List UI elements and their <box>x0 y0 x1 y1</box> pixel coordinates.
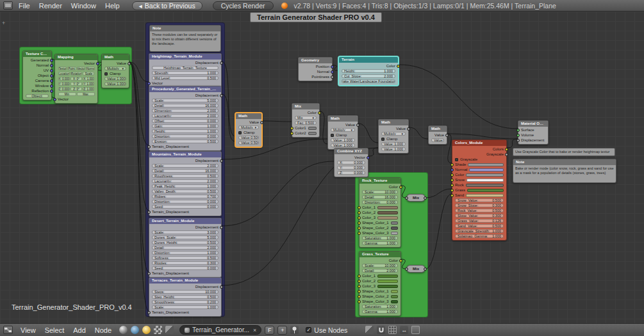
procedural-terrain-module-row-offset[interactable]: Offset:0.000 <box>149 118 221 124</box>
rock-texture-row-saturation[interactable]: Saturation:1.000 <box>359 236 400 241</box>
input-socket-icon[interactable] <box>358 300 361 303</box>
mountains-terrain-module-row-lacunarity[interactable]: Lacunarity:2.000 <box>149 179 221 184</box>
terrain-preview-row-height[interactable]: Height:1.000 <box>339 68 398 74</box>
mountains-terrain-module-header[interactable]: Mountains_Terrain_Module <box>149 152 221 157</box>
input-socket-icon[interactable] <box>358 280 361 283</box>
input-socket-icon[interactable] <box>147 145 151 148</box>
grass-texture-row-color-1[interactable]: Color_1 <box>359 273 400 278</box>
rock-texture-shape-color-3-swatch[interactable] <box>391 232 398 235</box>
texture-coordinate-row-object-[interactable]: Object: <box>23 93 51 99</box>
grayscale-note[interactable]: Use Grayscale Color that to bake or rend… <box>513 148 615 156</box>
output-socket-icon[interactable] <box>505 148 508 151</box>
output-socket-icon[interactable] <box>220 94 223 97</box>
input-socket-icon[interactable] <box>405 268 408 271</box>
output-socket-icon[interactable] <box>424 196 427 200</box>
heightmap-terrain-module-row-strength[interactable]: Strength:1.000 <box>149 70 221 76</box>
grass-texture-row-color-2[interactable]: Color_2 <box>359 278 400 284</box>
menu-help[interactable]: Help <box>101 2 124 10</box>
menu-render[interactable]: Render <box>35 2 67 10</box>
texture-coordinate-header[interactable]: Texture Coordinate <box>23 51 51 57</box>
input-socket-icon[interactable] <box>450 184 454 187</box>
mix-node-row-fac[interactable]: Fac:0.500 <box>292 120 319 125</box>
desert-terrain-module-row-scale[interactable]: Scale:3.000 <box>149 230 221 235</box>
grass-texture-shape-color-1-swatch[interactable] <box>391 290 398 293</box>
rock-texture-row-shape-color-1[interactable]: Shape_Color_1 <box>359 220 400 225</box>
output-socket-icon[interactable] <box>50 74 53 77</box>
math-multiply-3-row-value[interactable]: Value:1.000 <box>379 147 408 152</box>
mix-node[interactable]: MixColorMix▾Fac:0.500Color1Color2 <box>292 103 320 138</box>
global-scale-math[interactable]: MathValueMultiply▾ClampValue:1.000Value:… <box>101 54 129 88</box>
mix-node-row-color1[interactable]: Color1 <box>292 125 319 131</box>
output-socket-icon[interactable] <box>50 69 53 72</box>
unlink-datablock-icon[interactable]: × <box>253 327 256 333</box>
mapping-row-c3[interactable]: Y: 0.000Y: 0°Y: 1.000 <box>55 81 97 86</box>
global-scale-math-clamp-checkbox[interactable] <box>104 72 108 76</box>
grass-texture-shape-color-2-swatch[interactable] <box>391 295 398 298</box>
mapping-row-c3[interactable]: X: 0.000X: 0°X: 1.000 <box>55 76 97 81</box>
colors-module-row-slope-value[interactable]: Slope_Value:0.300 <box>452 213 506 218</box>
terrain-preview-row-cut-slope[interactable]: Cut_Slope:2.000 <box>339 74 398 79</box>
procedural-terrain-module-header[interactable]: Proceduraly_Generated_Terrain_Module <box>149 86 221 92</box>
math-multiply-3-row-multiply[interactable]: Multiply▾ <box>379 131 408 136</box>
node-editor-canvas[interactable]: + Terrain Generator Shader PRO v0.4 Terr… <box>0 12 644 323</box>
input-socket-icon[interactable] <box>358 290 361 293</box>
grass-texture-row-gamma[interactable]: Gamma:1.000 <box>359 309 400 314</box>
procedural-terrain-module[interactable]: Proceduraly_Generated_Terrain_ModuleDisp… <box>149 86 222 151</box>
snap-magnet-icon[interactable] <box>377 326 385 334</box>
input-socket-icon[interactable] <box>147 211 151 214</box>
output-socket-icon[interactable] <box>331 70 334 74</box>
texture-coordinate[interactable]: Texture CoordinateGeneratedNormalUVObjec… <box>22 51 52 100</box>
colors-module-header[interactable]: Colors_Module <box>452 140 506 146</box>
editor-type-node-icon[interactable] <box>3 326 13 334</box>
global-scale-math-row-multiply[interactable]: Multiply▾ <box>102 66 129 71</box>
output-socket-icon[interactable] <box>220 159 223 163</box>
output-socket-icon[interactable] <box>356 124 359 127</box>
output-socket-icon[interactable] <box>50 59 53 62</box>
grass-texture-row-shape-color-2[interactable]: Shape_Color_2 <box>359 294 400 299</box>
math-multiply-1-header[interactable]: Math <box>236 113 261 119</box>
input-socket-icon[interactable] <box>358 285 361 288</box>
colors-module-snow-swatch[interactable] <box>466 179 504 182</box>
compositing-type-icon[interactable] <box>165 326 174 334</box>
menu-file[interactable]: File <box>14 2 35 10</box>
rock-texture-shape-color-2-swatch[interactable] <box>391 227 398 230</box>
shader-material-icon[interactable] <box>119 326 128 334</box>
colors-module-row-rock-value[interactable]: Rock_Value:0.500 <box>452 208 506 213</box>
math-multiply-2[interactable]: MathValueMultiply▾ClampValue:1.000Value:… <box>327 115 358 150</box>
colors-module-row-normal[interactable]: Normal <box>452 167 506 172</box>
heightmap-terrain-module-row-heightmap-terrain-texture[interactable]: Heightmap_Terrain_Texture <box>149 65 221 70</box>
input-socket-icon[interactable] <box>358 295 361 298</box>
grass-texture-row-detail[interactable]: Detail:2.000 <box>359 268 400 273</box>
math-multiply-2-row-multiply[interactable]: Multiply▾ <box>328 127 358 132</box>
output-socket-icon[interactable] <box>505 153 508 156</box>
input-socket-icon[interactable] <box>450 179 454 182</box>
math-multiply-1[interactable]: MathValueMultiply▾ClampValue:0.500Value:… <box>235 113 262 147</box>
input-socket-icon[interactable] <box>53 98 56 101</box>
output-socket-icon[interactable] <box>399 259 402 262</box>
mapping-header[interactable]: Mapping <box>55 54 97 60</box>
colors-module-row-grayscale-strength[interactable]: Grayscale_Strength:1.000 <box>452 228 506 234</box>
heightmap-terrain-module-row-mid-level[interactable]: Mid Level:0.500 <box>149 76 221 81</box>
rock-texture-row-gamma[interactable]: Gamma:1.000 <box>359 241 400 246</box>
mountains-terrain-module[interactable]: Mountains_Terrain_ModuleDisplacementScal… <box>149 151 222 216</box>
grass-texture-row-color-3[interactable]: Color_3 <box>359 284 400 289</box>
procedural-terrain-module-row-gain[interactable]: Gain:1.000 <box>149 124 221 129</box>
output-socket-icon[interactable] <box>220 285 223 289</box>
combine-xyz-row-y[interactable]: Y:0.000 <box>334 165 368 170</box>
render-layers-icon[interactable] <box>411 326 420 334</box>
mountains-terrain-module-row-roughness[interactable]: Roughness:0.500 <box>149 173 221 179</box>
render-engine-dropdown[interactable]: Cycles Render <box>213 1 274 10</box>
mountains-terrain-module-row-distortion[interactable]: Distortion:0.000 <box>149 199 221 204</box>
terraces-terrain-module-row-scale[interactable]: Scale:1.000 <box>149 305 221 310</box>
heightmap-terrain-module[interactable]: Heightmap_Terrain_ModuleDisplacementHeig… <box>149 53 222 88</box>
input-socket-icon[interactable] <box>450 173 454 177</box>
colors-module-row-sand-value[interactable]: Sand_Value:0.500 <box>452 223 506 228</box>
output-socket-icon[interactable] <box>331 65 334 68</box>
procedural-terrain-module-row-distortion[interactable]: Distortion:0.000 <box>149 134 221 139</box>
math-multiply-1-row-clamp[interactable]: Clamp <box>236 130 261 135</box>
math-multiply-3-row-clamp[interactable]: Clamp <box>379 136 408 141</box>
terraces-terrain-module[interactable]: Terraces_Terrain_ModuleDisplacementSteps… <box>149 277 222 317</box>
global-scale-math-row-clamp[interactable]: Clamp <box>102 71 129 76</box>
input-socket-icon[interactable] <box>358 221 361 225</box>
mapping-row-c3[interactable]: TexturePointVectorNormal <box>55 66 97 71</box>
